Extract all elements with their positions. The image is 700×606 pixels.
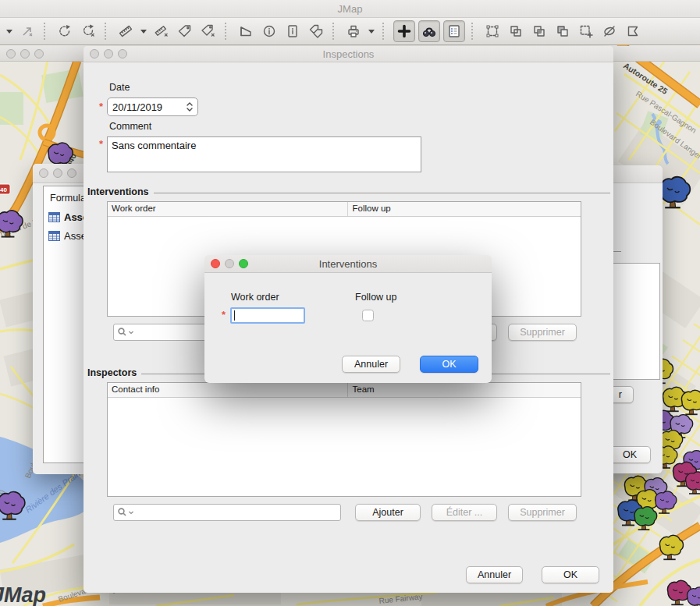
map-window-traffic-lights: [6, 49, 44, 58]
form-list-item[interactable]: Asse: [48, 211, 88, 223]
caret-down-icon[interactable]: [5, 21, 14, 41]
search-icon: [117, 507, 128, 518]
print-icon[interactable]: [343, 21, 364, 41]
caret-down-icon[interactable]: [367, 21, 376, 41]
dialog-title: Inspections: [323, 48, 375, 60]
column-header[interactable]: Work order: [108, 202, 347, 216]
toolbar-divider: [44, 23, 48, 40]
app-titlebar[interactable]: JMap: [0, 0, 700, 18]
toolbar-divider: [382, 23, 387, 40]
ruler-clear-icon[interactable]: [151, 21, 172, 41]
ok-button[interactable]: OK: [542, 566, 599, 583]
interventions-modal[interactable]: Interventions Work order * Follow up Ann…: [204, 255, 492, 383]
inspectors-delete-button[interactable]: Supprimer: [508, 504, 577, 521]
chevron-down-icon: [128, 509, 134, 516]
date-field[interactable]: 20/11/2019: [107, 97, 198, 116]
toolbar-divider: [332, 23, 337, 40]
svg-text:40: 40: [0, 186, 7, 193]
shape-notch-icon[interactable]: [623, 21, 643, 41]
shape-intersect-icon[interactable]: [529, 21, 549, 41]
chevron-down-icon: [128, 329, 134, 335]
select-none-icon[interactable]: [17, 21, 37, 41]
text-caret: [234, 310, 235, 321]
info-document-icon[interactable]: [282, 21, 303, 41]
form-list-item[interactable]: Asse: [48, 230, 87, 242]
ok-button[interactable]: OK: [420, 356, 478, 373]
minimize-icon[interactable]: [225, 259, 234, 268]
work-order-label: Work order: [231, 292, 279, 303]
shape-union-icon[interactable]: [506, 21, 526, 41]
column-header[interactable]: Follow up: [347, 202, 581, 216]
date-label: Date: [109, 82, 130, 93]
main-toolbar: [0, 18, 700, 45]
inspectors-table[interactable]: Contact info Team: [107, 382, 581, 497]
work-order-input[interactable]: [230, 307, 305, 324]
forms-tab-label[interactable]: Formula: [50, 193, 86, 204]
interventions-group: Interventions: [87, 186, 610, 197]
forms-window-traffic-lights: [39, 168, 76, 178]
zoom-icon[interactable]: [67, 168, 76, 178]
close-icon[interactable]: [211, 259, 220, 268]
inspections-traffic-lights: [90, 49, 127, 58]
search-binoculars-icon[interactable]: [418, 20, 440, 42]
tags-icon[interactable]: [306, 21, 326, 41]
interventions-delete-button[interactable]: Supprimer: [508, 324, 577, 341]
caret-down-icon[interactable]: [139, 21, 148, 41]
minimize-icon[interactable]: [104, 49, 113, 58]
tag-clear-icon[interactable]: [198, 21, 219, 41]
zoom-icon[interactable]: [34, 49, 44, 58]
toolbar-divider: [471, 23, 476, 40]
inspections-titlebar[interactable]: Inspections: [84, 46, 613, 62]
cancel-button[interactable]: Annuler: [342, 356, 400, 373]
close-icon[interactable]: [90, 49, 99, 58]
search-icon: [117, 327, 128, 338]
required-asterisk: *: [222, 309, 226, 321]
inspectors-add-button[interactable]: Ajouter: [355, 504, 421, 521]
stepper-icon[interactable]: [185, 101, 194, 113]
form-table-icon: [48, 212, 60, 222]
app-title: JMap: [338, 3, 363, 15]
inspectors-search-input[interactable]: [113, 504, 341, 521]
column-header[interactable]: Contact info: [108, 383, 347, 397]
list-view-icon[interactable]: [443, 20, 465, 42]
interventions-table-header[interactable]: Work order Follow up: [108, 202, 581, 217]
form-table-icon: [48, 231, 60, 241]
rotate-clear-icon[interactable]: [78, 21, 98, 41]
zoom-icon[interactable]: [239, 259, 248, 268]
route-shield: 40: [0, 184, 10, 194]
shape-exclude-icon[interactable]: [599, 21, 620, 41]
comment-textarea[interactable]: Sans commentaire: [107, 136, 421, 172]
required-asterisk: *: [99, 138, 103, 150]
background-ok-button[interactable]: OK: [609, 446, 651, 463]
toolbar-divider: [105, 23, 109, 40]
modal-traffic-lights: [211, 259, 248, 268]
close-icon[interactable]: [39, 168, 48, 178]
zoom-icon[interactable]: [118, 49, 127, 58]
comment-label: Comment: [109, 121, 151, 132]
column-header[interactable]: Team: [347, 383, 581, 397]
follow-up-checkbox[interactable]: [362, 310, 374, 321]
inspectors-edit-button[interactable]: Éditer ...: [432, 504, 497, 521]
ruler-icon[interactable]: [115, 21, 136, 41]
follow-up-label: Follow up: [355, 292, 397, 303]
toolbar-divider: [225, 23, 229, 40]
minimize-icon[interactable]: [20, 49, 30, 58]
add-inspection-icon[interactable]: [393, 20, 415, 42]
close-icon[interactable]: [6, 49, 16, 58]
minimize-icon[interactable]: [53, 168, 62, 178]
profile-icon[interactable]: [236, 21, 256, 41]
select-rect-icon[interactable]: [482, 21, 503, 41]
cancel-button[interactable]: Annuler: [466, 566, 523, 583]
jmap-logo: JMap: [0, 583, 46, 606]
inspectors-table-header[interactable]: Contact info Team: [108, 383, 581, 398]
shape-subtract-icon[interactable]: [553, 21, 573, 41]
tag-icon[interactable]: [175, 21, 195, 41]
select-add-icon[interactable]: [576, 21, 596, 41]
modal-title: Interventions: [319, 258, 377, 270]
tree-marker[interactable]: [688, 587, 700, 606]
rotate-ccw-icon[interactable]: [55, 21, 75, 41]
info-circle-icon[interactable]: [259, 21, 279, 41]
required-asterisk: *: [99, 101, 103, 112]
modal-titlebar[interactable]: Interventions: [204, 255, 492, 273]
